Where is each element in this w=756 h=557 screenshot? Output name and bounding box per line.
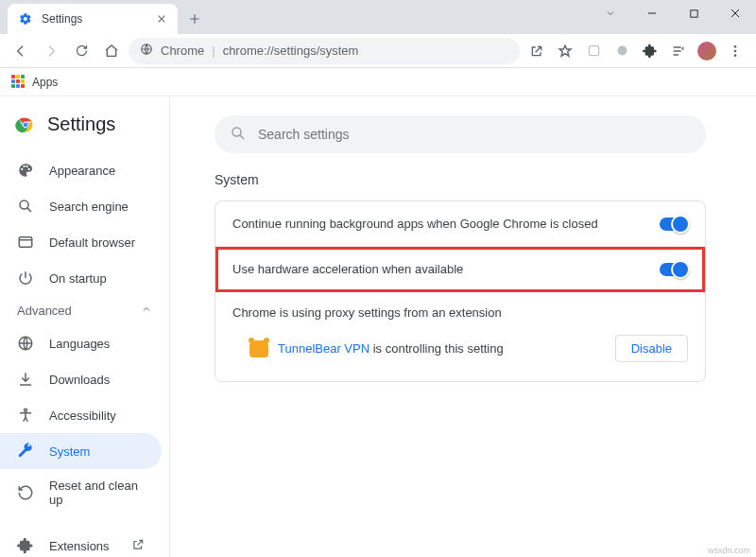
extensions-button[interactable] xyxy=(637,38,663,64)
titlebar: Settings xyxy=(0,0,756,34)
system-card: Continue running background apps when Go… xyxy=(215,200,706,382)
svg-point-4 xyxy=(734,45,737,48)
bookmark-button[interactable] xyxy=(552,38,578,64)
sidebar-item-label: Search engine xyxy=(49,200,129,214)
sidebar-item-extensions[interactable]: Extensions xyxy=(0,528,162,557)
reading-list-button[interactable] xyxy=(665,38,692,64)
puzzle-icon xyxy=(17,537,34,554)
advanced-label: Advanced xyxy=(17,304,72,318)
url-path: chrome://settings/system xyxy=(223,44,359,58)
restore-icon xyxy=(17,484,34,501)
settings-search-input[interactable] xyxy=(258,127,691,142)
sidebar-item-label: Appearance xyxy=(49,164,115,178)
search-icon xyxy=(230,125,247,145)
sidebar-item-label: Default browser xyxy=(49,235,135,250)
browser-icon xyxy=(17,234,34,251)
apps-icon[interactable] xyxy=(11,75,26,90)
row-proxy: Chrome is using proxy settings from an e… xyxy=(215,292,705,381)
proxy-heading: Chrome is using proxy settings from an e… xyxy=(232,292,688,327)
row-background-apps: Continue running background apps when Go… xyxy=(215,201,705,247)
sidebar-item-label: Extensions xyxy=(49,539,110,553)
settings-sidebar: Settings Appearance Search engine Defaul… xyxy=(0,96,170,557)
sidebar-item-search-engine[interactable]: Search engine xyxy=(0,188,162,224)
svg-rect-0 xyxy=(690,9,696,16)
svg-point-3 xyxy=(617,46,627,56)
sidebar-item-label: Reset and clean up xyxy=(49,479,145,507)
browser-tab[interactable]: Settings xyxy=(8,4,178,34)
sidebar-item-label: Downloads xyxy=(49,373,110,387)
sidebar-item-on-startup[interactable]: On startup xyxy=(0,260,162,296)
sidebar-item-reset[interactable]: Reset and clean up xyxy=(0,469,162,516)
svg-point-5 xyxy=(734,49,737,52)
sidebar-item-default-browser[interactable]: Default browser xyxy=(0,224,162,260)
section-title: System xyxy=(215,172,706,187)
window-caret-button[interactable] xyxy=(590,0,631,26)
window-maximize-button[interactable] xyxy=(673,0,714,26)
row-label: Use hardware acceleration when available xyxy=(232,262,463,276)
page-title: Settings xyxy=(47,113,115,135)
settings-content: System Continue running background apps … xyxy=(170,96,756,557)
svg-point-10 xyxy=(20,200,28,209)
svg-rect-2 xyxy=(589,46,598,56)
menu-button[interactable] xyxy=(722,38,748,64)
chrome-logo-icon xyxy=(15,114,36,135)
bookmarks-bar: Apps xyxy=(0,68,756,96)
window-minimize-button[interactable] xyxy=(631,0,673,26)
sidebar-item-label: Accessibility xyxy=(49,409,116,423)
row-hardware-acceleration: Use hardware acceleration when available xyxy=(215,247,705,292)
disable-extension-button[interactable]: Disable xyxy=(615,335,688,362)
sidebar-item-accessibility[interactable]: Accessibility xyxy=(0,397,162,433)
search-icon xyxy=(17,198,34,215)
svg-point-13 xyxy=(25,409,27,411)
download-icon xyxy=(17,371,34,388)
site-info-icon[interactable] xyxy=(140,43,153,59)
sidebar-item-downloads[interactable]: Downloads xyxy=(0,361,162,397)
sidebar-item-label: On startup xyxy=(49,271,107,286)
tab-title: Settings xyxy=(42,12,147,26)
svg-point-6 xyxy=(734,54,737,57)
hardware-acceleration-toggle[interactable] xyxy=(660,263,688,276)
globe-icon xyxy=(17,335,34,352)
apps-bookmark[interactable]: Apps xyxy=(32,76,58,89)
settings-search[interactable] xyxy=(215,115,706,153)
new-tab-button[interactable] xyxy=(181,6,208,32)
home-button[interactable] xyxy=(98,38,125,64)
background-apps-toggle[interactable] xyxy=(660,218,688,231)
row-label: Continue running background apps when Go… xyxy=(232,217,598,231)
tab-close-button[interactable] xyxy=(155,12,168,26)
profile-avatar[interactable] xyxy=(694,38,720,64)
sidebar-advanced-toggle[interactable]: Advanced xyxy=(0,296,169,325)
share-button[interactable] xyxy=(524,38,550,64)
sidebar-item-appearance[interactable]: Appearance xyxy=(0,152,162,188)
power-icon xyxy=(17,270,34,287)
sidebar-item-label: System xyxy=(49,444,90,459)
extension-slot-2[interactable] xyxy=(609,38,635,64)
toolbar: Chrome | chrome://settings/system xyxy=(0,34,756,68)
url-bar[interactable]: Chrome | chrome://settings/system xyxy=(129,38,520,64)
window-close-button[interactable] xyxy=(714,0,756,26)
url-origin: Chrome xyxy=(161,44,204,58)
wrench-icon xyxy=(17,443,34,460)
tunnelbear-icon xyxy=(249,340,268,357)
back-button[interactable] xyxy=(8,38,34,64)
external-link-icon xyxy=(131,538,145,554)
sidebar-item-languages[interactable]: Languages xyxy=(0,325,162,361)
forward-button[interactable] xyxy=(38,38,64,64)
sidebar-item-label: Languages xyxy=(49,337,110,351)
svg-rect-11 xyxy=(19,237,32,248)
chevron-up-icon xyxy=(141,304,152,318)
settings-brand: Settings xyxy=(0,96,169,152)
reload-button[interactable] xyxy=(68,38,94,64)
svg-point-16 xyxy=(232,128,241,136)
sidebar-item-system[interactable]: System xyxy=(0,433,162,469)
extension-msg-suffix: is controlling this setting xyxy=(369,341,504,356)
gear-icon xyxy=(17,12,34,26)
accessibility-icon xyxy=(17,407,34,424)
extension-slot-1[interactable] xyxy=(580,38,607,64)
palette-icon xyxy=(17,162,34,179)
watermark: wsxdn.com xyxy=(708,546,750,555)
extension-name-link[interactable]: TunnelBear VPN xyxy=(278,341,369,356)
window-controls xyxy=(590,0,756,26)
